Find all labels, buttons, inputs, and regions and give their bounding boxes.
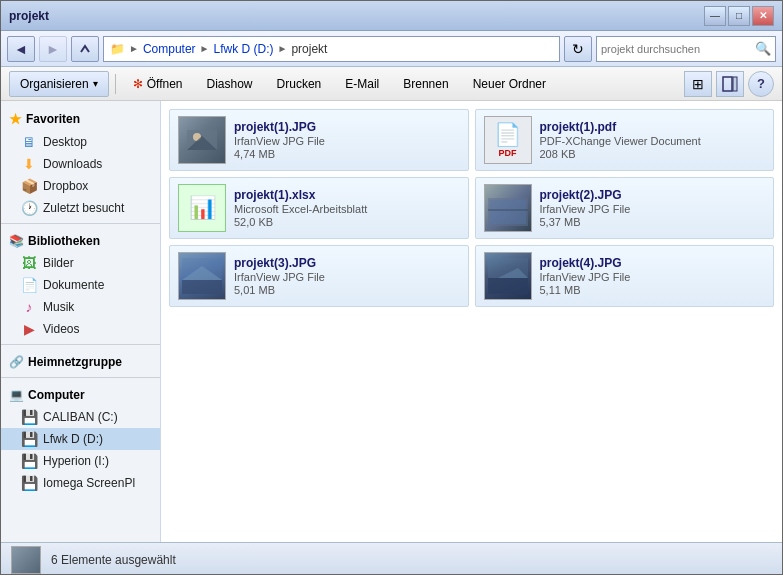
heimnetz-header[interactable]: 🔗 Heimnetzgruppe xyxy=(1,349,160,373)
new-folder-label: Neuer Ordner xyxy=(473,77,546,91)
minimize-button[interactable]: — xyxy=(704,6,726,26)
file-type-4: IrfanView JPG File xyxy=(234,271,460,283)
file-info-1: projekt(1).pdfPDF-XChange Viewer Documen… xyxy=(540,120,766,160)
file-size-4: 5,01 MB xyxy=(234,284,460,296)
file-item-0[interactable]: projekt(1).JPGIrfanView JPG File4,74 MB xyxy=(169,109,469,171)
email-button[interactable]: E-Mail xyxy=(334,71,390,97)
diashow-label: Diashow xyxy=(207,77,253,91)
favorites-label: Favoriten xyxy=(26,112,80,126)
preview-pane-button[interactable] xyxy=(716,71,744,97)
help-button[interactable]: ? xyxy=(748,71,774,97)
file-name-5: projekt(4).JPG xyxy=(540,256,766,270)
favorites-header[interactable]: ★ Favoriten xyxy=(1,105,160,131)
hyperion-drive-icon: 💾 xyxy=(21,453,37,469)
print-label: Drucken xyxy=(277,77,322,91)
musik-icon: ♪ xyxy=(21,299,37,315)
sidebar-item-hyperion[interactable]: 💾 Hyperion (I:) xyxy=(1,450,160,472)
recent-icon: 🕐 xyxy=(21,200,37,216)
sidebar-item-iomega[interactable]: 💾 Iomega ScreenPl xyxy=(1,472,160,494)
forward-button[interactable]: ► xyxy=(39,36,67,62)
dokumente-icon: 📄 xyxy=(21,277,37,293)
search-icon[interactable]: 🔍 xyxy=(755,41,771,56)
file-name-2: projekt(1).xlsx xyxy=(234,188,460,202)
star-icon: ★ xyxy=(9,111,22,127)
breadcrumb-current: projekt xyxy=(291,42,327,56)
breadcrumb[interactable]: 📁 ► Computer ► Lfwk D (D:) ► projekt xyxy=(103,36,560,62)
videos-label: Videos xyxy=(43,322,79,336)
open-button[interactable]: ✻ Öffnen xyxy=(122,71,194,97)
file-item-5[interactable]: projekt(4).JPGIrfanView JPG File5,11 MB xyxy=(475,245,775,307)
hyperion-label: Hyperion (I:) xyxy=(43,454,109,468)
status-bar: 6 Elemente ausgewählt xyxy=(1,542,782,575)
toolbar-separator-1 xyxy=(115,74,116,94)
file-name-4: projekt(3).JPG xyxy=(234,256,460,270)
burn-button[interactable]: Brennen xyxy=(392,71,459,97)
search-input[interactable] xyxy=(601,43,755,55)
sidebar-item-dropbox[interactable]: 📦 Dropbox xyxy=(1,175,160,197)
view-options-button[interactable]: ⊞ xyxy=(684,71,712,97)
file-type-2: Microsoft Excel-Arbeitsblatt xyxy=(234,203,460,215)
sidebar-item-bilder[interactable]: 🖼 Bilder xyxy=(1,252,160,274)
iomega-label: Iomega ScreenPl xyxy=(43,476,135,490)
file-item-1[interactable]: 📄PDFprojekt(1).pdfPDF-XChange Viewer Doc… xyxy=(475,109,775,171)
computer-label: Computer xyxy=(28,388,85,402)
window-title: projekt xyxy=(9,9,49,23)
file-item-3[interactable]: projekt(2).JPGIrfanView JPG File5,37 MB xyxy=(475,177,775,239)
sidebar-item-musik[interactable]: ♪ Musik xyxy=(1,296,160,318)
bilder-label: Bilder xyxy=(43,256,74,270)
sidebar-item-downloads[interactable]: ⬇ Downloads xyxy=(1,153,160,175)
print-button[interactable]: Drucken xyxy=(266,71,333,97)
svg-rect-0 xyxy=(723,77,732,91)
sidebar-item-desktop[interactable]: 🖥 Desktop xyxy=(1,131,160,153)
heimnetz-icon: 🔗 xyxy=(9,355,24,369)
file-thumbnail-2: 📊 xyxy=(178,184,226,232)
window-controls: — □ ✕ xyxy=(704,6,774,26)
status-thumbnail xyxy=(11,546,41,574)
file-size-1: 208 KB xyxy=(540,148,766,160)
email-label: E-Mail xyxy=(345,77,379,91)
sidebar-divider-2 xyxy=(1,344,160,345)
diashow-button[interactable]: Diashow xyxy=(196,71,264,97)
dokumente-label: Dokumente xyxy=(43,278,104,292)
breadcrumb-drive[interactable]: Lfwk D (D:) xyxy=(214,42,274,56)
sidebar-item-dokumente[interactable]: 📄 Dokumente xyxy=(1,274,160,296)
computer-header[interactable]: 💻 Computer xyxy=(1,382,160,406)
refresh-button[interactable]: ↻ xyxy=(564,36,592,62)
main-content: ★ Favoriten 🖥 Desktop ⬇ Downloads 📦 Drop… xyxy=(1,101,782,542)
file-thumbnail-5 xyxy=(484,252,532,300)
open-label: Öffnen xyxy=(147,77,183,91)
bilder-icon: 🖼 xyxy=(21,255,37,271)
back-button[interactable]: ◄ xyxy=(7,36,35,62)
file-type-1: PDF-XChange Viewer Document xyxy=(540,135,766,147)
file-item-2[interactable]: 📊projekt(1).xlsxMicrosoft Excel-Arbeitsb… xyxy=(169,177,469,239)
sidebar-item-lfwk[interactable]: 💾 Lfwk D (D:) xyxy=(1,428,160,450)
sidebar-item-videos[interactable]: ▶ Videos xyxy=(1,318,160,340)
breadcrumb-computer[interactable]: Computer xyxy=(143,42,196,56)
file-item-4[interactable]: projekt(3).JPGIrfanView JPG File5,01 MB xyxy=(169,245,469,307)
new-folder-button[interactable]: Neuer Ordner xyxy=(462,71,557,97)
lfwk-drive-icon: 💾 xyxy=(21,431,37,447)
heimnetz-label: Heimnetzgruppe xyxy=(28,355,122,369)
file-thumbnail-4 xyxy=(178,252,226,300)
file-size-5: 5,11 MB xyxy=(540,284,766,296)
dropbox-label: Dropbox xyxy=(43,179,88,193)
libraries-header[interactable]: 📚 Bibliotheken xyxy=(1,228,160,252)
close-button[interactable]: ✕ xyxy=(752,6,774,26)
file-name-1: projekt(1).pdf xyxy=(540,120,766,134)
iomega-drive-icon: 💾 xyxy=(21,475,37,491)
file-name-0: projekt(1).JPG xyxy=(234,120,460,134)
caliban-drive-icon: 💾 xyxy=(21,409,37,425)
up-button[interactable] xyxy=(71,36,99,62)
videos-icon: ▶ xyxy=(21,321,37,337)
desktop-label: Desktop xyxy=(43,135,87,149)
maximize-button[interactable]: □ xyxy=(728,6,750,26)
burn-label: Brennen xyxy=(403,77,448,91)
file-info-4: projekt(3).JPGIrfanView JPG File5,01 MB xyxy=(234,256,460,296)
file-info-3: projekt(2).JPGIrfanView JPG File5,37 MB xyxy=(540,188,766,228)
svg-rect-16 xyxy=(488,278,528,294)
file-size-2: 52,0 KB xyxy=(234,216,460,228)
svg-rect-8 xyxy=(490,200,526,224)
sidebar-item-caliban[interactable]: 💾 CALIBAN (C:) xyxy=(1,406,160,428)
sidebar-item-recent[interactable]: 🕐 Zuletzt besucht xyxy=(1,197,160,219)
organize-button[interactable]: Organisieren ▾ xyxy=(9,71,109,97)
